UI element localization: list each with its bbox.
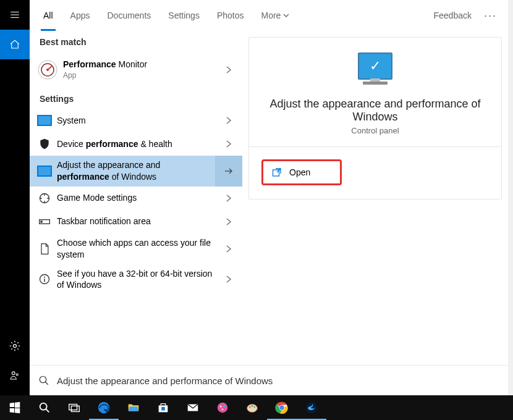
doc-icon [37, 242, 52, 256]
taskbar-search[interactable] [30, 395, 59, 420]
svg-point-10 [44, 277, 45, 278]
svg-point-28 [279, 405, 284, 410]
home-button[interactable] [0, 30, 30, 59]
chevron-down-icon [283, 12, 289, 19]
preview-subtitle: Control panel [264, 126, 486, 135]
expand-button[interactable] [215, 116, 242, 125]
svg-point-24 [249, 406, 250, 408]
info-icon [37, 272, 52, 287]
svg-point-5 [46, 69, 49, 71]
svg-point-12 [40, 376, 46, 383]
tab-all[interactable]: All [35, 0, 62, 31]
monitor-icon [37, 113, 52, 128]
settings-button[interactable] [0, 331, 30, 361]
settings-item[interactable]: System [30, 109, 242, 132]
svg-point-19 [218, 403, 228, 413]
search-icon [38, 401, 51, 414]
taskbar-store[interactable] [148, 395, 178, 420]
preview-card: ✓ Adjust the appearance and performance … [248, 37, 502, 200]
settings-item-label: Device performance & health [57, 135, 215, 154]
settings-section-header: Settings [30, 88, 242, 109]
settings-item[interactable]: Adjust the appearance and performance of… [30, 156, 242, 187]
search-query: Adjust the appearance and performance of… [57, 376, 499, 386]
search-panel: All Apps Documents Settings Photos More … [30, 0, 508, 395]
taskbar-edge[interactable] [89, 395, 119, 420]
paint3d-icon [216, 401, 229, 414]
taskbar-paint3d[interactable] [208, 395, 237, 420]
perfmon-icon [37, 59, 58, 80]
svg-point-25 [252, 405, 253, 406]
svg-point-13 [40, 403, 47, 410]
taskbar-chrome[interactable] [267, 395, 297, 420]
settings-item[interactable]: See if you have a 32-bit or 64-bit versi… [30, 264, 242, 295]
expand-button[interactable] [215, 217, 242, 226]
account-button[interactable] [0, 361, 30, 390]
taskbar-explorer[interactable] [119, 395, 148, 420]
tab-more[interactable]: More [252, 0, 298, 31]
open-button[interactable]: Open [261, 159, 342, 185]
settings-item-label: System [57, 111, 215, 130]
svg-point-26 [253, 406, 255, 408]
tab-documents[interactable]: Documents [98, 0, 159, 31]
monitor-icon: ✓ [354, 52, 396, 85]
settings-item-label: Adjust the appearance and performance of… [57, 156, 215, 187]
hamburger-button[interactable] [0, 0, 30, 30]
settings-item[interactable]: Device performance & health [30, 132, 242, 156]
start-button[interactable] [0, 395, 30, 420]
feedback-link[interactable]: Feedback [428, 10, 478, 20]
settings-item-label: Game Mode settings [57, 188, 215, 208]
folder-icon [127, 401, 140, 414]
best-match-item[interactable]: Performance Monitor App [30, 52, 242, 88]
svg-rect-14 [69, 405, 77, 410]
taskbar-app[interactable] [297, 395, 326, 420]
expand-button[interactable] [215, 140, 242, 148]
search-icon [38, 375, 49, 386]
taskbar-mail[interactable] [178, 395, 208, 420]
person-icon [9, 370, 20, 381]
shield-icon [37, 136, 52, 151]
gear-icon [9, 340, 21, 352]
task-view[interactable] [59, 395, 89, 420]
open-icon [272, 167, 282, 177]
tab-photos[interactable]: Photos [208, 0, 253, 31]
swirl-icon [305, 401, 318, 414]
open-label: Open [289, 167, 310, 177]
expand-button[interactable] [215, 194, 242, 203]
settings-item-label: Choose which apps can access your file s… [57, 233, 215, 264]
hamburger-icon [9, 9, 20, 20]
settings-item[interactable]: Game Mode settings [30, 187, 242, 210]
tab-apps[interactable]: Apps [62, 0, 99, 31]
gamemode-icon [37, 191, 52, 206]
paint-icon [245, 401, 259, 414]
settings-item-label: Taskbar notification area [57, 212, 215, 231]
taskview-icon [67, 401, 81, 414]
svg-point-0 [14, 345, 17, 348]
taskbar-icon [37, 214, 52, 229]
svg-point-22 [222, 408, 224, 410]
settings-item-label: See if you have a 32-bit or 64-bit versi… [57, 264, 215, 295]
tab-settings[interactable]: Settings [159, 0, 208, 31]
expand-button[interactable] [215, 275, 242, 284]
preview-column: ✓ Adjust the appearance and performance … [242, 31, 508, 366]
search-bar[interactable]: Adjust the appearance and performance of… [30, 365, 508, 395]
svg-point-20 [220, 406, 222, 408]
scope-tabs: All Apps Documents Settings Photos More … [30, 0, 508, 32]
settings-item[interactable]: Choose which apps can access your file s… [30, 233, 242, 264]
settings-item[interactable]: Taskbar notification area [30, 210, 242, 233]
taskbar-paint[interactable] [237, 395, 267, 420]
results-column: Best match Performance Monitor App Setti… [30, 31, 242, 366]
svg-point-29 [306, 402, 317, 413]
svg-point-21 [223, 406, 225, 408]
more-options-button[interactable]: ··· [478, 12, 503, 19]
expand-button[interactable] [215, 65, 242, 74]
taskbar [0, 395, 513, 420]
home-icon [9, 39, 20, 50]
best-match-header: Best match [30, 31, 242, 52]
mail-icon [186, 401, 200, 414]
edge-icon [97, 401, 111, 414]
windows-icon [8, 401, 22, 414]
best-match-sub: App [63, 70, 213, 80]
expand-button[interactable] [215, 245, 242, 253]
start-rail [0, 0, 30, 395]
expand-button[interactable] [215, 156, 242, 187]
